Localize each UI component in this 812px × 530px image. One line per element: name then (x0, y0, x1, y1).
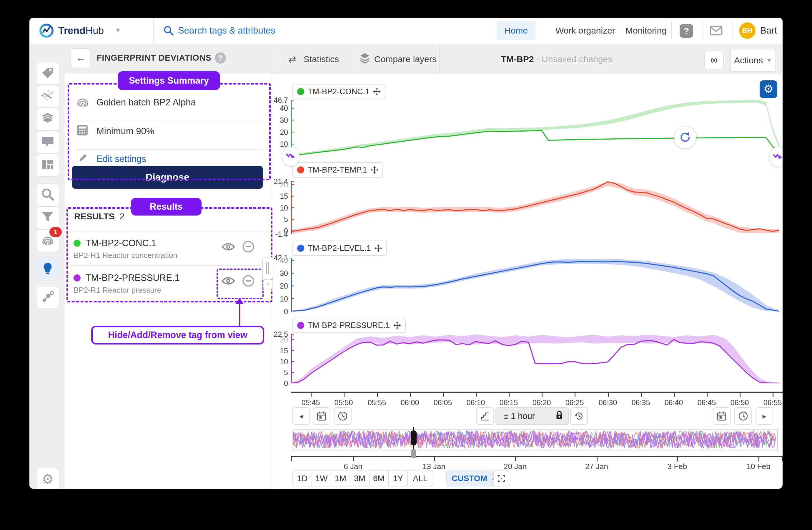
edit-settings-link[interactable]: Edit settings (97, 154, 146, 164)
overview-strip[interactable] (292, 429, 778, 451)
brand-name: TrendHub (58, 25, 104, 36)
help-icon[interactable]: ? (680, 24, 693, 38)
preset-1y[interactable]: 1Y (389, 471, 408, 486)
result-tag-name: TM-BP2-CONC.1 (85, 238, 156, 248)
eye-icon[interactable] (221, 242, 235, 253)
compare-layers-button[interactable]: Compare layers (374, 54, 437, 64)
sidebar-item-comments[interactable] (36, 131, 59, 154)
panel-resize-handle[interactable] (262, 257, 273, 279)
result-row-pressure[interactable]: TM-BP2-PRESSURE.1 BP2-R1 Reactor pressur… (74, 273, 180, 295)
time-tick (311, 393, 311, 396)
time-tick (443, 393, 444, 396)
diagnose-button[interactable]: Diagnose (72, 166, 263, 189)
time-button[interactable] (334, 407, 351, 425)
fit-range-button[interactable] (493, 471, 509, 486)
preset-3m[interactable]: 3M (350, 471, 369, 486)
tab-work-organizer[interactable]: Work organizer (548, 21, 623, 40)
search-input[interactable]: Search tags & attributes (178, 25, 275, 36)
time-tick (608, 393, 609, 396)
y-tick-label: -1.4 (275, 230, 288, 238)
y-tick-label: 30 (280, 116, 288, 125)
y-tick-label: 0 (284, 307, 288, 316)
sidebar-item-tags[interactable] (36, 62, 59, 85)
time-tick (344, 393, 345, 396)
icon-sidebar: +÷×− 1 ⚙ (29, 44, 65, 489)
brand-caret-icon[interactable]: ▼ (115, 27, 121, 34)
preset-1m[interactable]: 1M (331, 471, 350, 486)
sidebar-item-filter[interactable] (36, 206, 59, 229)
svg-text:×: × (51, 90, 54, 95)
remove-icon[interactable] (242, 240, 255, 254)
calendar-button-right[interactable] (713, 407, 730, 425)
time-range-value[interactable]: ± 1 hour (496, 412, 535, 421)
zoom-presets: 1D 1W 1M 3M 6M 1Y ALL (292, 471, 433, 486)
sidebar-item-dashboards[interactable] (36, 154, 59, 177)
refresh-marker[interactable] (674, 127, 696, 149)
step-chart-icon (480, 411, 490, 421)
sidebar-item-search[interactable] (36, 183, 59, 206)
eye-icon[interactable] (221, 276, 235, 287)
resolution-button[interactable] (476, 407, 494, 425)
user-caret-icon[interactable]: ▼ (781, 27, 783, 34)
search-icon[interactable] (163, 25, 174, 37)
move-icon (371, 166, 378, 174)
result-row-conc[interactable]: TM-BP2-CONC.1 BP2-R1 Reactor concentrati… (74, 238, 177, 260)
user-name[interactable]: Bart (760, 25, 777, 36)
app-window: TrendHub ▼ Search tags & attributes Home… (29, 18, 783, 489)
avatar[interactable]: BH (739, 23, 755, 39)
tab-monitoring[interactable]: Monitoring (618, 21, 674, 40)
preset-all[interactable]: ALL (408, 471, 433, 486)
chart-pressure-plot[interactable] (291, 334, 783, 383)
chart-level-plot[interactable] (291, 257, 783, 311)
actions-button[interactable]: Actions▼ (730, 49, 776, 72)
pan-left-button[interactable]: ◂ (292, 407, 310, 425)
remove-icon[interactable] (242, 275, 255, 289)
tag-chip-conc[interactable]: TM-BP2-CONC.1 (292, 84, 386, 99)
custom-range-button[interactable]: CUSTOM▲ (446, 471, 501, 486)
sidebar-item-fingerprints[interactable]: 1 (36, 229, 59, 252)
preset-1w[interactable]: 1W (312, 471, 331, 486)
sidebar-item-calculations[interactable]: +÷×− (36, 85, 59, 108)
date-tick (758, 457, 759, 461)
sidebar-item-layers[interactable] (36, 108, 59, 131)
back-button[interactable]: ← (71, 48, 91, 68)
time-tick-label: 06:00 (401, 399, 419, 407)
preset-1d[interactable]: 1D (292, 471, 312, 486)
preset-6m[interactable]: 6M (369, 471, 389, 486)
y-tick-label: 20 (280, 281, 288, 290)
pencil-icon (76, 153, 88, 166)
time-button-right[interactable] (734, 407, 752, 425)
result-tag-desc: BP2-R1 Reactor pressure (74, 285, 180, 295)
calendar-button[interactable] (313, 407, 330, 425)
history-button[interactable] (570, 407, 588, 425)
chart-temp-plot[interactable] (291, 181, 783, 234)
divider (67, 265, 270, 266)
sidebar-item-context[interactable] (36, 286, 59, 309)
time-tick-label: 06:15 (499, 399, 518, 407)
compare-layers-icon (359, 52, 371, 65)
sidebar-item-settings[interactable]: ⚙ (36, 468, 59, 489)
tag-chip-temp[interactable]: TM-BP2-TEMP.1 (292, 162, 383, 178)
deviation-start-marker[interactable] (282, 147, 300, 166)
deviation-end-marker[interactable] (770, 147, 783, 167)
time-tick-label: 06:45 (698, 399, 716, 407)
lock-icon[interactable] (554, 410, 564, 422)
statistics-button[interactable]: Statistics (304, 54, 339, 64)
trendhub-logo-icon[interactable] (39, 23, 54, 40)
pan-right-button[interactable]: ▸ (755, 407, 773, 425)
tab-home[interactable]: Home (497, 21, 535, 40)
tag-chip-level[interactable]: TM-BP2-LEVEL.1 (292, 240, 387, 256)
dashboard-icon (42, 158, 54, 172)
timeline-scrubber[interactable] (409, 427, 418, 459)
panel-help-icon[interactable]: ? (215, 52, 226, 64)
tag-chip-pressure[interactable]: TM-BP2-PRESSURE.1 (292, 318, 406, 333)
live-broadcast-button[interactable] (704, 51, 724, 70)
chip-label: TM-BP2-CONC.1 (308, 87, 369, 96)
mail-icon[interactable] (710, 25, 723, 38)
panel-collapse-chevron[interactable]: › (263, 279, 273, 290)
annotation-arrowhead (235, 298, 244, 304)
sidebar-item-recommendations[interactable] (36, 257, 59, 281)
chart-conc-plot[interactable] (291, 100, 783, 156)
time-tick-label: 06:20 (533, 399, 551, 407)
chart-settings-button[interactable]: ⚙ (760, 80, 777, 98)
